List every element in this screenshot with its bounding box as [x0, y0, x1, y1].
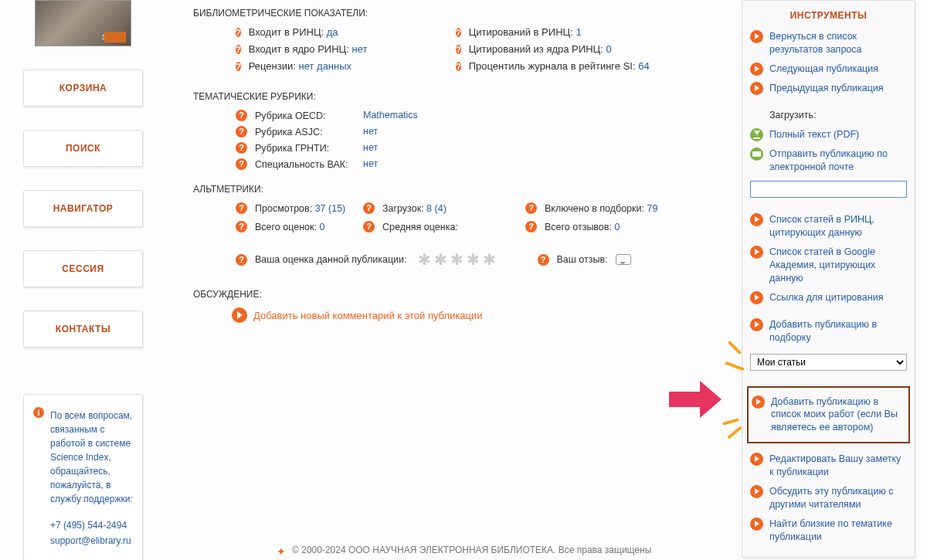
reviews-total-value[interactable]: 0 — [614, 222, 620, 232]
help-icon[interactable]: ? — [363, 221, 375, 232]
reviews-value[interactable]: нет данных — [299, 60, 352, 72]
help-icon[interactable]: ? — [236, 142, 247, 154]
rinc-included-value[interactable]: да — [327, 26, 338, 38]
downloads-value[interactable]: 8 (4) — [426, 203, 447, 214]
email-input[interactable] — [750, 181, 907, 198]
views-value[interactable]: 37 (15) — [315, 203, 346, 214]
section-discussion-title: ОБСУЖДЕНИЕ: — [193, 289, 726, 300]
play-icon — [750, 246, 763, 259]
help-icon[interactable]: ? — [236, 28, 241, 37]
help-icon[interactable]: ? — [525, 221, 537, 232]
annotation-arrow — [669, 381, 723, 418]
tool-google-citing[interactable]: Список статей в Google Академия, цитирую… — [750, 246, 907, 285]
asjc-value[interactable]: нет — [363, 126, 378, 137]
tool-back-to-results[interactable]: Вернуться в список результатов запроса — [750, 30, 907, 56]
your-review-label: Ваш отзыв: — [557, 254, 608, 265]
section-topics-title: ТЕМАТИЧЕСКИЕ РУБРИКИ: — [193, 91, 726, 102]
play-icon — [750, 82, 763, 95]
copyright-text: © 2000-2024 ООО НАУЧНАЯ ЭЛЕКТРОННАЯ БИБЛ… — [292, 545, 651, 555]
tool-email-send[interactable]: Отправить публикацию по электронной почт… — [750, 148, 907, 174]
tool-find-similar[interactable]: Найти близкие по тематике публикации — [750, 518, 907, 544]
download-label: Загрузить: — [769, 109, 907, 122]
help-icon[interactable]: ? — [525, 202, 537, 214]
nav-search[interactable]: ПОИСК — [23, 130, 143, 167]
annotation-dash — [727, 426, 742, 439]
collections-value[interactable]: 79 — [647, 203, 657, 214]
help-icon[interactable]: ? — [236, 126, 247, 137]
tool-citation-link[interactable]: Ссылка для цитирования — [750, 291, 907, 304]
section-bibliometrics-title: БИБЛИОМЕТРИЧЕСКИЕ ПОКАЗАТЕЛИ: — [193, 8, 726, 19]
journal-issue-label: 3·2014 — [101, 33, 123, 41]
play-icon — [750, 63, 763, 76]
tool-add-to-my-works[interactable]: Добавить публикацию в список моих работ … — [752, 395, 905, 435]
help-icon[interactable]: ? — [456, 28, 461, 37]
your-rating-label: Ваша оценка данной публикации: — [255, 254, 407, 265]
percentile-value[interactable]: 64 — [638, 60, 649, 72]
rinc-core-cites-value[interactable]: 0 — [606, 43, 611, 55]
nav-session[interactable]: СЕССИЯ — [23, 250, 143, 287]
help-icon[interactable]: ? — [236, 62, 241, 71]
play-icon — [750, 318, 763, 331]
comment-icon[interactable] — [616, 254, 631, 265]
tool-discuss[interactable]: Обсудить эту публикацию с другими читате… — [750, 485, 907, 511]
rating-stars[interactable]: ✱✱✱✱✱ — [418, 250, 499, 269]
section-altmetrics-title: АЛЬТМЕТРИКИ: — [193, 184, 726, 195]
add-comment-link[interactable]: Добавить новый комментарий к этой публик… — [232, 307, 726, 323]
play-icon — [750, 30, 763, 43]
tools-panel: ИНСТРУМЕНТЫ Вернуться в список результат… — [742, 0, 915, 558]
help-icon[interactable]: ? — [236, 110, 247, 121]
vak-value[interactable]: нет — [363, 158, 378, 170]
annotation-dash — [722, 418, 739, 426]
journal-cover-thumb[interactable]: 3·2014 — [35, 0, 131, 46]
tools-title: ИНСТРУМЕНТЫ — [750, 10, 907, 21]
help-icon[interactable]: ? — [456, 45, 461, 54]
play-icon — [750, 518, 763, 531]
play-icon — [752, 395, 765, 409]
help-icon[interactable]: ? — [236, 158, 247, 170]
nav-contacts[interactable]: КОНТАКТЫ — [23, 311, 143, 348]
support-info-box: i По всем вопросам, связанным с работой … — [23, 394, 143, 560]
play-icon — [750, 485, 763, 498]
tool-add-to-collection[interactable]: Добавить публикацию в подборку — [750, 318, 907, 344]
tool-prev-pub[interactable]: Предыдущая публикация — [750, 82, 907, 95]
footer: © 2000-2024 ООО НАУЧНАЯ ЭЛЕКТРОННАЯ БИБЛ… — [0, 541, 927, 560]
help-icon[interactable]: ? — [538, 254, 549, 266]
grnti-value[interactable]: нет — [363, 142, 378, 154]
rinc-cites-value[interactable]: 1 — [576, 26, 581, 38]
play-icon — [232, 307, 247, 323]
help-icon[interactable]: ? — [236, 221, 247, 232]
collection-select[interactable]: Мои статьи — [750, 354, 907, 371]
play-icon — [750, 291, 763, 304]
info-icon: i — [33, 407, 44, 418]
tool-next-pub[interactable]: Следующая публикация — [750, 63, 907, 76]
tool-edit-note[interactable]: Редактировать Вашу заметку к публикации — [750, 453, 907, 479]
left-sidebar: 3·2014 КОРЗИНА ПОИСК НАВИГАТОР СЕССИЯ КО… — [23, 0, 143, 560]
support-phone[interactable]: +7 (495) 544-2494 — [50, 518, 133, 532]
mail-icon — [750, 148, 763, 161]
main-content: БИБЛИОМЕТРИЧЕСКИЕ ПОКАЗАТЕЛИ: ?Входит в … — [193, 0, 726, 323]
nav-navigator[interactable]: НАВИГАТОР — [23, 190, 143, 227]
play-icon — [750, 213, 763, 226]
rinc-core-value[interactable]: нет — [351, 43, 367, 55]
help-icon[interactable]: ? — [363, 202, 375, 214]
annotation-dash — [728, 341, 742, 355]
support-text: По всем вопросам, связанным с работой в … — [50, 410, 133, 504]
play-icon — [750, 453, 763, 466]
help-icon[interactable]: ? — [236, 254, 247, 266]
ratings-total-value[interactable]: 0 — [319, 222, 324, 232]
help-icon[interactable]: ? — [236, 45, 241, 54]
nav-cart[interactable]: КОРЗИНА — [23, 70, 143, 107]
highlighted-tool-box: Добавить публикацию в список моих работ … — [747, 386, 910, 444]
tool-fulltext-pdf[interactable]: Полный текст (PDF) — [750, 128, 907, 141]
help-icon[interactable]: ? — [456, 62, 461, 71]
tool-rinc-citing[interactable]: Список статей в РИНЦ, цитирующих данную — [750, 213, 907, 239]
star-icon — [276, 545, 287, 556]
download-icon — [750, 128, 763, 141]
help-icon[interactable]: ? — [236, 202, 247, 214]
oecd-value[interactable]: Mathematics — [363, 110, 418, 121]
